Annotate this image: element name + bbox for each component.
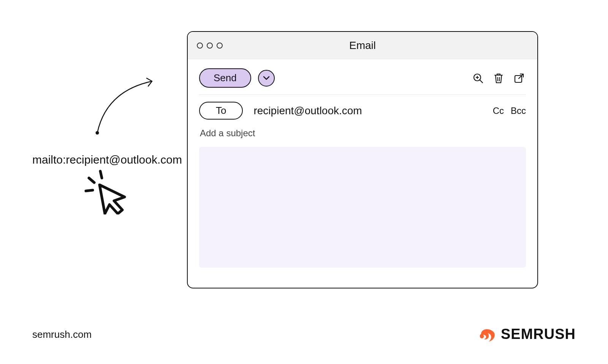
- svg-line-3: [86, 190, 93, 191]
- bcc-button[interactable]: Bcc: [511, 106, 526, 116]
- recipient-row: To recipient@outlook.com Cc Bcc: [199, 95, 526, 123]
- discard-button[interactable]: [492, 71, 505, 85]
- svg-line-5: [480, 80, 483, 83]
- pop-out-button[interactable]: [512, 71, 526, 85]
- send-options-dropdown[interactable]: [258, 70, 275, 87]
- window-titlebar: Email: [188, 32, 537, 59]
- svg-line-9: [499, 77, 500, 81]
- mailto-link[interactable]: mailto:recipient@outlook.com: [32, 153, 182, 166]
- svg-line-8: [498, 77, 498, 81]
- recipient-address[interactable]: recipient@outlook.com: [253, 105, 482, 117]
- footer-url: semrush.com: [32, 329, 92, 340]
- zoom-in-button[interactable]: [471, 71, 485, 85]
- trash-icon: [493, 72, 504, 84]
- cc-button[interactable]: Cc: [493, 106, 504, 116]
- send-button[interactable]: Send: [199, 68, 251, 88]
- semrush-flame-icon: [477, 325, 496, 343]
- diagram-canvas: mailto:recipient@outlook.com Email Send: [0, 0, 608, 364]
- email-body-input[interactable]: [199, 147, 526, 268]
- click-cursor-icon: [84, 169, 129, 216]
- window-body: Send: [188, 59, 537, 279]
- svg-point-0: [96, 131, 99, 135]
- svg-line-2: [89, 178, 94, 183]
- subject-input[interactable]: Add a subject: [200, 128, 526, 139]
- window-close-icon[interactable]: [197, 43, 203, 49]
- to-field-label[interactable]: To: [199, 102, 243, 120]
- arrow-to-window: [95, 76, 163, 140]
- window-controls: [197, 43, 223, 49]
- chevron-down-icon: [263, 76, 270, 80]
- brand-logo: SEMRUSH: [477, 325, 576, 343]
- window-title: Email: [188, 39, 537, 52]
- pop-out-icon: [514, 73, 524, 84]
- window-maximize-icon[interactable]: [217, 43, 223, 49]
- zoom-in-icon: [473, 73, 483, 84]
- compose-toolbar: Send: [199, 68, 526, 95]
- window-minimize-icon[interactable]: [207, 43, 213, 49]
- svg-line-1: [100, 171, 102, 178]
- email-compose-window: Email Send: [187, 31, 538, 288]
- brand-name: SEMRUSH: [501, 326, 576, 342]
